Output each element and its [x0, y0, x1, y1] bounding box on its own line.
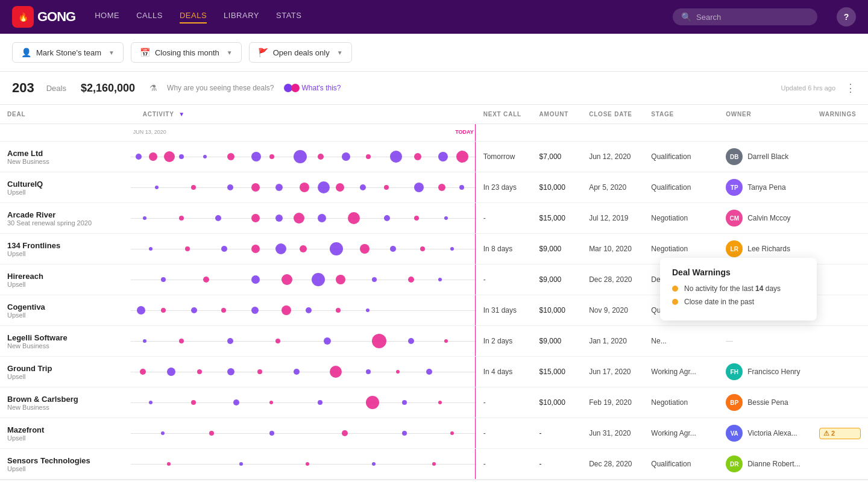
activity-bubble: [396, 370, 400, 374]
table-row[interactable]: Legelli SoftwareNew BusinessIn 2 days$9,…: [0, 326, 868, 357]
team-filter[interactable]: 👤 Mark Stone's team ▼: [12, 42, 124, 63]
tooltip-dot-1: [672, 286, 678, 292]
nav-home[interactable]: HOME: [95, 11, 119, 23]
activity-column-header: ACTIVITY ▼: [131, 105, 476, 124]
table-row[interactable]: Sensors TechnologiesUpsell--Dec 28, 2020…: [0, 449, 868, 480]
activity-bubble: [300, 183, 309, 192]
timeline-row: [131, 295, 476, 325]
stage: Negotiation: [651, 214, 688, 222]
nav-links: HOME CALLS DEALS LIBRARY STATS: [95, 11, 653, 23]
activity-bubble: [227, 368, 234, 375]
table-row[interactable]: Brown & CarlsbergNew Business-$10,000Feb…: [0, 387, 868, 418]
amount: $10,000: [539, 398, 565, 407]
close-date: Dec 28, 2020: [589, 275, 632, 284]
activity-bubble: [330, 242, 343, 255]
activity-date-row: JUN 13, 2020 TODAY: [0, 124, 868, 142]
timeline-row: [131, 357, 476, 387]
close-date: Nov 9, 2020: [589, 306, 628, 315]
nav-library[interactable]: LIBRARY: [224, 11, 259, 23]
activity-bubble: [275, 339, 280, 343]
activity-bubble: [149, 401, 153, 404]
next-call: Tomorrow: [483, 152, 515, 161]
nav-stats[interactable]: STATS: [276, 11, 301, 23]
activity-bubble: [227, 184, 233, 190]
table-row[interactable]: Ground TripUpsellIn 4 days$15,000Jun 17,…: [0, 357, 868, 387]
stage: Qualification: [651, 460, 691, 468]
activity-bubble: [318, 181, 330, 193]
deal-sub: Upsell: [7, 311, 124, 319]
deal-name: CultureIQ: [7, 180, 124, 189]
table-row[interactable]: MazefrontUpsell--Jun 31, 2020Working Agr…: [0, 418, 868, 449]
owner-cell: BP Bessie Pena: [726, 394, 805, 411]
search-box[interactable]: 🔍: [673, 8, 817, 25]
stage: Working Agr...: [651, 368, 696, 376]
activity-bubble: [372, 462, 376, 466]
owner-name: Dianne Robert...: [747, 460, 800, 468]
close-date: Jun 17, 2020: [589, 368, 631, 376]
flag-icon: 🚩: [258, 48, 268, 57]
more-options-icon[interactable]: ⋮: [845, 81, 856, 95]
activity-bubble: [324, 337, 331, 345]
today-line-row: [475, 357, 476, 387]
search-input[interactable]: [696, 13, 809, 22]
deal-sub: Upsell: [7, 465, 124, 472]
activity-bubble: [366, 154, 371, 159]
stage: Negotiation: [651, 245, 688, 253]
today-line-row: [475, 172, 476, 202]
activity-bubble: [227, 338, 233, 344]
avatar: VA: [726, 425, 743, 442]
table-row[interactable]: Acme LtdNew BusinessTomorrow$7,000Jun 12…: [0, 142, 868, 172]
activity-bubble: [221, 308, 226, 313]
timeline-line: [131, 280, 476, 280]
deal-name: Ground Trip: [7, 364, 124, 373]
status-chevron-icon: ▼: [337, 49, 343, 56]
tooltip-item-1: No activity for the last 14 days: [672, 284, 805, 293]
amount: $9,000: [539, 245, 562, 253]
owner-cell: LR Lee Richards: [726, 240, 805, 257]
activity-bubble: [209, 431, 214, 436]
deal-warnings-tooltip: Deal Warnings No activity for the last 1…: [660, 258, 817, 321]
amount: -: [539, 460, 542, 468]
activity-bubble: [140, 369, 146, 375]
activity-bubble: [336, 275, 345, 284]
activity-bubble: [269, 401, 273, 404]
timeline-row: [131, 234, 476, 264]
nav-deals[interactable]: DEALS: [180, 11, 207, 23]
activity-bubble: [306, 462, 309, 466]
activity-bubble: [300, 245, 307, 252]
activity-bubble: [251, 307, 259, 314]
table-row[interactable]: Arcade River30 Seat renewal spring 2020-…: [0, 203, 868, 234]
pagination-bar: showing 1-11 / 203 ▾ show 10 20 50 deals: [0, 480, 868, 482]
help-button[interactable]: ?: [837, 7, 856, 27]
deal-amount: $2,160,000: [81, 82, 135, 95]
activity-bubble: [414, 183, 424, 192]
tooltip-text-1: No activity for the last 14 days: [684, 284, 781, 293]
deal-sub: New Business: [7, 158, 124, 165]
close-date-column-header: CLOSE DATE: [582, 105, 644, 124]
activity-bubble: [294, 150, 307, 163]
stage: Working Agr...: [651, 429, 696, 437]
warning-icon: ⚠: [823, 430, 829, 437]
deal-name: 134 Frontlines: [7, 241, 124, 250]
why-text[interactable]: Why are you seeing these deals?: [167, 84, 274, 92]
activity-bubble: [438, 152, 448, 161]
owner-cell: DB Darrell Black: [726, 148, 805, 165]
table-row[interactable]: CultureIQUpsellIn 23 days$10,000Apr 5, 2…: [0, 172, 868, 203]
period-filter[interactable]: 📅 Closing this month ▼: [131, 42, 242, 63]
next-call: In 23 days: [483, 183, 517, 192]
activity-bubble: [269, 154, 274, 159]
activity-bubble: [414, 153, 421, 160]
timeline-row: [131, 172, 476, 202]
nav-calls[interactable]: CALLS: [136, 11, 163, 23]
logo-text: GONG: [37, 9, 75, 25]
status-filter[interactable]: 🚩 Open deals only ▼: [249, 42, 352, 63]
activity-bubble: [384, 185, 389, 190]
whats-this-btn[interactable]: What's this?: [284, 84, 341, 92]
deal-name: Brown & Carlsberg: [7, 395, 124, 404]
activity-bubble: [179, 154, 184, 159]
activity-sort-icon[interactable]: ▼: [178, 111, 185, 117]
activity-bubble: [136, 154, 142, 160]
activity-bubble: [408, 338, 414, 344]
activity-bubble: [185, 246, 190, 251]
filter-icon[interactable]: ⚗: [149, 83, 157, 93]
